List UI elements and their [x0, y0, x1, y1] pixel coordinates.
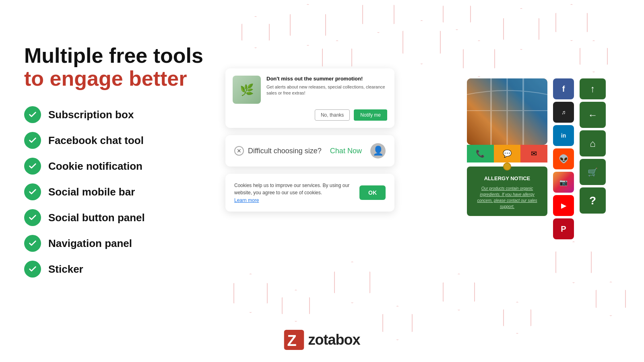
nav-upload-button[interactable]: ↑	[580, 78, 606, 99]
logo-icon: Z	[284, 330, 304, 350]
cookie-body: Cookies help us to improve our services.…	[234, 182, 354, 196]
facebook-chat-widget: ✕ Difficult choosing size? Chat Now 👤	[225, 135, 394, 167]
ok-button[interactable]: OK	[359, 185, 386, 200]
nav-cart-button[interactable]: 🛒	[580, 159, 606, 185]
cookie-widget: Cookies help us to improve our services.…	[225, 174, 394, 212]
hex-decoration	[443, 0, 471, 30]
left-section: Multiple free tools to engage better Sub…	[24, 44, 225, 286]
hex-decoration	[463, 40, 495, 77]
allergy-pin	[503, 162, 511, 171]
subscription-image: 🌿	[233, 76, 261, 104]
right-demos: 📞 💬 ✉ ALLERGY NOTICE Our products contai…	[467, 78, 620, 239]
allergy-body: Our products contain organic ingredients…	[473, 185, 541, 210]
call-email-button[interactable]: ✉	[520, 145, 547, 162]
call-bar: 📞 💬 ✉	[467, 145, 547, 162]
check-icon	[24, 209, 41, 226]
reddit-button[interactable]: 👽	[553, 148, 574, 169]
subscription-buttons: No, thanks Notify me	[233, 109, 387, 121]
allergy-sticker: ALLERGY NOTICE Our products contain orga…	[467, 167, 547, 216]
nav-column: ↑ ← ⌂ 🛒 ?	[580, 78, 606, 214]
notify-me-button[interactable]: Notify me	[354, 109, 387, 121]
feature-label-social-mobile: Social mobile bar	[48, 186, 135, 198]
check-icon	[24, 106, 41, 123]
hex-decoration	[596, 282, 626, 316]
fb-chat-title: Difficult choosing size?	[248, 147, 322, 155]
tiktok-button[interactable]: ♬	[553, 102, 574, 123]
check-icon	[24, 158, 41, 175]
subscription-body: Get alerts about new releases, special c…	[266, 84, 387, 97]
nav-home-button[interactable]: ⌂	[580, 130, 606, 156]
subscription-header: 🌿 Don't miss out the summer promotion! G…	[233, 76, 387, 104]
check-icon	[24, 261, 41, 278]
check-icon	[24, 183, 41, 200]
nav-help-button[interactable]: ?	[580, 187, 606, 214]
center-demos: 🌿 Don't miss out the summer promotion! G…	[225, 68, 394, 212]
call-chat-button[interactable]: 💬	[494, 145, 521, 162]
linkedin-button[interactable]: in	[553, 125, 574, 146]
fb-chat-left: ✕ Difficult choosing size?	[234, 146, 322, 156]
youtube-button[interactable]: ▶	[553, 195, 574, 216]
feature-item-facebook-chat: Facebook chat tool	[24, 132, 225, 149]
hex-decoration	[233, 274, 268, 313]
feature-label-facebook-chat: Facebook chat tool	[48, 134, 144, 147]
feature-label-cookie: Cookie notification	[48, 160, 142, 173]
no-thanks-button[interactable]: No, thanks	[315, 109, 350, 121]
logo-text: zotabox	[308, 331, 360, 348]
social-column: f ♬ in 👽 📷 ▶ P	[553, 78, 574, 239]
phone-image	[467, 78, 547, 145]
fb-chat-now-label[interactable]: Chat Now	[322, 147, 370, 155]
feature-item-social-panel: Social button panel	[24, 209, 225, 226]
logo-area: Z zotabox	[284, 330, 360, 350]
hex-decoration	[580, 40, 608, 72]
fb-chat-center: Chat Now	[322, 147, 370, 155]
feature-item-social-mobile: Social mobile bar	[24, 183, 225, 200]
hex-decoration	[503, 302, 531, 334]
hex-decoration	[334, 261, 370, 303]
allergy-title: ALLERGY NOTICE	[473, 175, 541, 181]
fb-close-button[interactable]: ✕	[234, 146, 244, 156]
hex-decoration	[382, 306, 413, 340]
feature-item-sticker: Sticker	[24, 261, 225, 278]
headline-line2: to engage better	[24, 67, 225, 90]
call-phone-button[interactable]: 📞	[467, 145, 494, 162]
feature-label-sticker: Sticker	[48, 263, 83, 276]
subscription-text: Don't miss out the summer promotion! Get…	[266, 76, 387, 97]
hex-decoration	[242, 16, 270, 48]
hex-decoration	[443, 274, 475, 311]
check-icon	[24, 132, 41, 149]
hex-decoration	[282, 290, 310, 322]
cookie-text-area: Cookies help us to improve our services.…	[234, 182, 354, 204]
headline-line1: Multiple free tools	[24, 44, 225, 67]
pinterest-button[interactable]: P	[553, 218, 574, 239]
hex-decoration	[555, 241, 592, 283]
subscription-widget: 🌿 Don't miss out the summer promotion! G…	[225, 68, 394, 128]
feature-label-nav-panel: Navigation panel	[48, 237, 132, 250]
feature-list: Subscription box Facebook chat tool Cook…	[24, 106, 225, 278]
phone-widget-container: 📞 💬 ✉ ALLERGY NOTICE Our products contai…	[467, 78, 547, 216]
hex-decoration	[555, 4, 588, 41]
feature-item-subscription: Subscription box	[24, 106, 225, 123]
hex-decoration	[402, 20, 441, 64]
check-icon	[24, 235, 41, 252]
fb-avatar: 👤	[370, 143, 386, 158]
instagram-button[interactable]: 📷	[553, 172, 574, 193]
hex-decoration	[503, 8, 539, 50]
hex-decoration	[362, 0, 394, 33]
subscription-title: Don't miss out the summer promotion!	[266, 76, 387, 82]
learn-more-link[interactable]: Learn more	[234, 197, 259, 203]
nav-back-button[interactable]: ←	[580, 102, 606, 128]
feature-label-subscription: Subscription box	[48, 109, 134, 121]
feature-label-social-panel: Social button panel	[48, 212, 145, 224]
feature-item-cookie: Cookie notification	[24, 158, 225, 175]
feature-item-nav-panel: Navigation panel	[24, 235, 225, 252]
svg-text:Z: Z	[287, 332, 296, 349]
hex-decoration	[290, 4, 326, 46]
facebook-button[interactable]: f	[553, 78, 574, 99]
